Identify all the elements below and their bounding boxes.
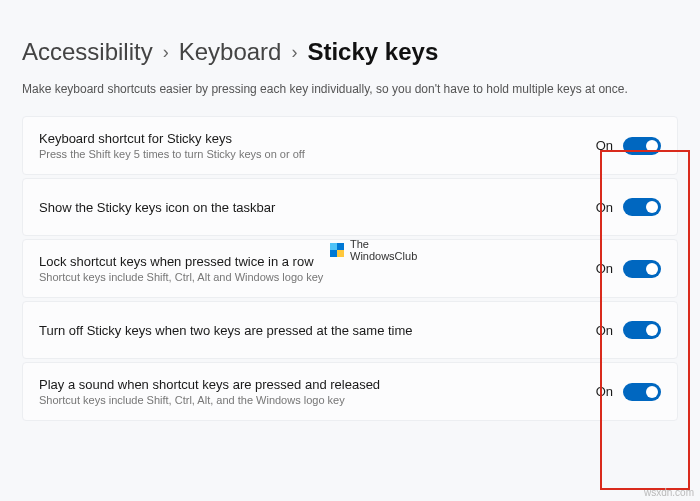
toggle-switch[interactable] [623, 383, 661, 401]
toggle-switch[interactable] [623, 198, 661, 216]
setting-title: Keyboard shortcut for Sticky keys [39, 131, 305, 146]
setting-subtitle: Press the Shift key 5 times to turn Stic… [39, 148, 305, 160]
breadcrumb: Accessibility › Keyboard › Sticky keys [22, 38, 678, 66]
setting-keyboard-shortcut: Keyboard shortcut for Sticky keys Press … [22, 116, 678, 175]
chevron-right-icon: › [291, 42, 297, 63]
page-description: Make keyboard shortcuts easier by pressi… [22, 82, 678, 96]
setting-subtitle: Shortcut keys include Shift, Ctrl, Alt a… [39, 271, 323, 283]
setting-title: Lock shortcut keys when pressed twice in… [39, 254, 323, 269]
setting-title: Play a sound when shortcut keys are pres… [39, 377, 380, 392]
footer-credit: wsxdn.com [644, 487, 694, 498]
setting-turn-off-two-keys: Turn off Sticky keys when two keys are p… [22, 301, 678, 359]
toggle-state-label: On [596, 200, 613, 215]
setting-title: Turn off Sticky keys when two keys are p… [39, 323, 413, 338]
toggle-switch[interactable] [623, 137, 661, 155]
toggle-state-label: On [596, 323, 613, 338]
settings-list: Keyboard shortcut for Sticky keys Press … [22, 116, 678, 421]
setting-play-sound: Play a sound when shortcut keys are pres… [22, 362, 678, 421]
setting-title: Show the Sticky keys icon on the taskbar [39, 200, 275, 215]
toggle-switch[interactable] [623, 260, 661, 278]
setting-lock-shortcut: Lock shortcut keys when pressed twice in… [22, 239, 678, 298]
toggle-switch[interactable] [623, 321, 661, 339]
chevron-right-icon: › [163, 42, 169, 63]
setting-taskbar-icon: Show the Sticky keys icon on the taskbar… [22, 178, 678, 236]
toggle-state-label: On [596, 384, 613, 399]
setting-subtitle: Shortcut keys include Shift, Ctrl, Alt, … [39, 394, 380, 406]
breadcrumb-keyboard[interactable]: Keyboard [179, 38, 282, 66]
breadcrumb-current: Sticky keys [307, 38, 438, 66]
toggle-state-label: On [596, 138, 613, 153]
breadcrumb-accessibility[interactable]: Accessibility [22, 38, 153, 66]
toggle-state-label: On [596, 261, 613, 276]
